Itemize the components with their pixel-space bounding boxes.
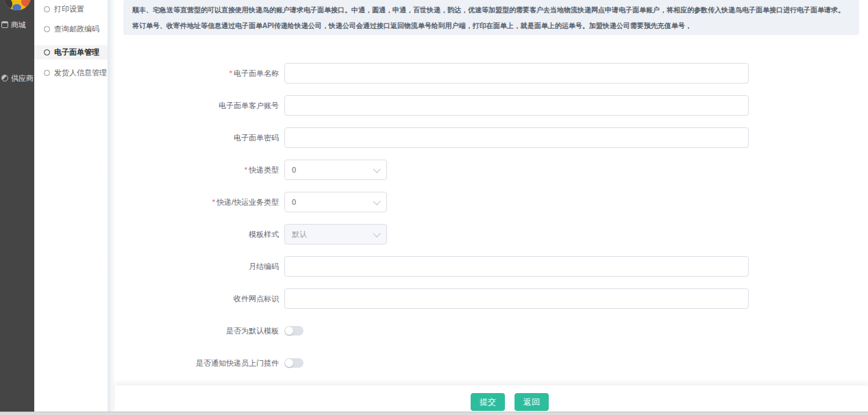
bottom-strip <box>0 412 868 415</box>
field-label: 是否为默认模板 <box>115 326 284 336</box>
sidebar-item-label: 供应商 <box>11 73 34 84</box>
menu-item-ewaybill-management[interactable]: 电子面单管理 <box>34 45 108 60</box>
menu-divider <box>108 0 115 412</box>
field-label: *电子面单名称 <box>115 68 284 79</box>
field-label: 收件网点标识 <box>115 294 284 304</box>
menu-item-shipper-info-management[interactable]: 发货人信息管理 <box>34 66 108 80</box>
ewaybill-password-input[interactable] <box>284 127 749 148</box>
form-row: 收件网点标识 <box>115 288 868 309</box>
app-sidebar: 商城 供应商 <box>0 0 34 412</box>
pickup-outlet-id-input[interactable] <box>284 288 749 309</box>
sidebar-item-mall[interactable]: 商城 <box>0 18 34 32</box>
logo-shape <box>21 0 31 7</box>
field-label: 电子面单客户账号 <box>115 101 284 111</box>
submit-button[interactable]: 提交 <box>471 393 505 411</box>
logo-shape <box>3 0 12 10</box>
ewaybill-form: *电子面单名称 电子面单客户账号 电子面单密码 *快递类型 0 *快递/快运业务… <box>115 63 868 385</box>
form-row: *快递类型 0 <box>115 160 868 180</box>
description-line-1: 顺丰、宅急送等直营型的可以直接使用快递鸟的账户请求电子面单接口。中通，圆通，申通… <box>132 2 852 18</box>
back-button[interactable]: 返回 <box>514 393 549 411</box>
template-style-select[interactable]: 默认 <box>284 224 387 244</box>
select-value: 默认 <box>292 229 307 240</box>
required-asterisk: * <box>230 69 232 77</box>
menu-item-label: 电子面单管理 <box>54 47 99 58</box>
menu-item-label: 发货人信息管理 <box>54 68 107 78</box>
supplier-icon <box>1 75 8 81</box>
form-row: *快递/快运业务类型 0 <box>115 192 868 212</box>
content-area: 顺丰、宅急送等直营型的可以直接使用快递鸟的账户请求电子面单接口。中通，圆通，申通… <box>115 0 868 412</box>
ewaybill-name-input[interactable] <box>284 63 749 84</box>
field-label: 月结编码 <box>115 262 284 272</box>
field-label: 是否通知快递员上门揽件 <box>115 358 284 368</box>
footer-button-group: 提交 返回 <box>471 393 549 411</box>
form-row: *电子面单名称 <box>115 63 868 84</box>
chevron-down-icon <box>373 229 380 237</box>
menu-item-postcode-query[interactable]: 查询邮政编码 <box>34 22 108 36</box>
form-row: 电子面单客户账号 <box>115 95 868 116</box>
form-row: 模板样式 默认 <box>115 224 868 244</box>
radio-circle-icon <box>44 70 50 76</box>
form-row: 月结编码 <box>115 256 868 277</box>
form-row: 是否为默认模板 <box>115 320 868 341</box>
select-value: 0 <box>292 166 296 174</box>
express-business-type-select[interactable]: 0 <box>284 192 387 212</box>
ewaybill-customer-account-input[interactable] <box>284 95 749 116</box>
required-asterisk: * <box>245 166 247 174</box>
field-label: *快递类型 <box>115 165 284 175</box>
side-menu: 打印设置 查询邮政编码 电子面单管理 发货人信息管理 <box>34 0 108 412</box>
field-label: *快递/快运业务类型 <box>115 197 284 208</box>
field-label: 模板样式 <box>115 229 284 240</box>
switch-knob <box>285 359 293 367</box>
required-asterisk: * <box>212 198 215 206</box>
form-row: 电子面单密码 <box>115 127 868 148</box>
form-row: 是否通知快递员上门揽件 <box>115 353 868 373</box>
app-logo[interactable] <box>3 0 31 10</box>
logo-shape <box>12 4 21 10</box>
description-panel: 顺丰、宅急送等直营型的可以直接使用快递鸟的账户请求电子面单接口。中通，圆通，申通… <box>123 0 859 35</box>
default-template-switch[interactable] <box>284 326 303 336</box>
sidebar-item-label: 商城 <box>11 20 26 30</box>
radio-circle-icon <box>44 49 50 55</box>
field-label: 电子面单密码 <box>115 133 284 143</box>
storefront-icon <box>1 21 8 28</box>
menu-item-print-settings[interactable]: 打印设置 <box>34 2 108 16</box>
menu-item-label: 打印设置 <box>54 4 84 14</box>
sidebar-item-supplier[interactable]: 供应商 <box>0 71 34 85</box>
footer-bar: 提交 返回 <box>115 386 868 412</box>
select-value: 0 <box>292 198 296 206</box>
menu-item-label: 查询邮政编码 <box>54 24 99 34</box>
radio-circle-icon <box>44 26 50 32</box>
description-line-2: 将订单号、收寄件地址等信息通过电子面单API传递给快递公司，快递公司会通过接口返… <box>132 18 852 34</box>
notify-courier-pickup-switch[interactable] <box>284 358 303 368</box>
switch-knob <box>285 327 293 335</box>
radio-circle-icon <box>44 6 50 12</box>
chevron-down-icon <box>373 165 380 173</box>
monthly-settlement-code-input[interactable] <box>284 256 749 277</box>
express-type-select[interactable]: 0 <box>284 160 387 180</box>
chevron-down-icon <box>373 197 380 205</box>
